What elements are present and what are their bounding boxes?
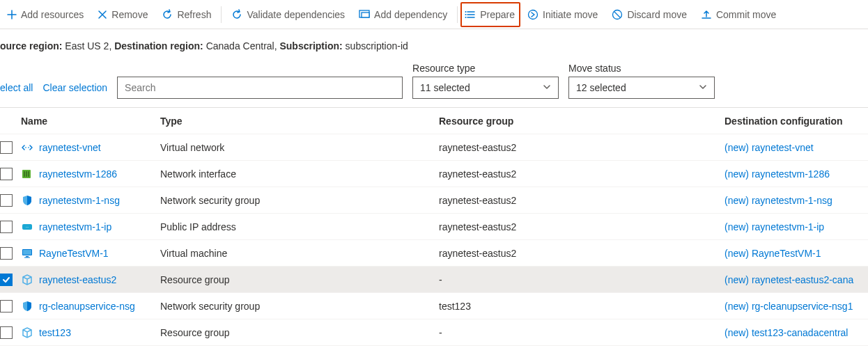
resource-group-cell: raynetest-eastus2 bbox=[439, 221, 724, 232]
destination-config-link[interactable]: (new) RayneTestVM-1 bbox=[724, 248, 821, 259]
table-row[interactable]: raynetest-eastus2Resource group-(new) ra… bbox=[0, 267, 868, 293]
table-row[interactable]: rg-cleanupservice-nsgNetwork security gr… bbox=[0, 293, 868, 319]
initiate-move-button[interactable]: Initiate move bbox=[520, 2, 605, 27]
resource-type-icon: ··· bbox=[21, 221, 33, 233]
clear-selection-link[interactable]: Clear selection bbox=[42, 82, 107, 99]
select-all-link[interactable]: elect all bbox=[0, 82, 33, 99]
add-resources-button[interactable]: Add resources bbox=[0, 2, 91, 27]
svg-rect-11 bbox=[26, 171, 27, 177]
resource-group-cell: - bbox=[439, 274, 724, 285]
resource-type-icon bbox=[21, 194, 33, 207]
resource-type-cell: Resource group bbox=[160, 274, 439, 285]
resource-group-cell: raynetest-eastus2 bbox=[439, 142, 724, 153]
row-checkbox[interactable] bbox=[0, 300, 13, 312]
destination-config-link[interactable]: (new) raynetestvm-1286 bbox=[724, 168, 830, 180]
row-checkbox[interactable] bbox=[0, 141, 13, 154]
initiate-move-label: Initiate move bbox=[543, 9, 598, 20]
destination-config-link[interactable]: (new) raynetestvm-1-ip bbox=[724, 221, 824, 232]
prepare-label: Prepare bbox=[480, 9, 515, 20]
toolbar-separator bbox=[221, 6, 222, 23]
resource-name-link[interactable]: rg-cleanupservice-nsg bbox=[39, 301, 135, 312]
col-name[interactable]: Name bbox=[21, 116, 160, 127]
subscription-label: Subscription: bbox=[279, 40, 342, 52]
col-dest[interactable]: Destination configuration bbox=[724, 116, 868, 127]
resource-group-cell: - bbox=[439, 327, 724, 338]
svg-text:···: ··· bbox=[25, 225, 29, 229]
discard-move-button[interactable]: Discard move bbox=[605, 2, 694, 27]
svg-point-8 bbox=[28, 147, 29, 148]
resource-name-link[interactable]: test123 bbox=[39, 327, 71, 338]
table-row[interactable]: raynetest-vnetVirtual networkraynetest-e… bbox=[0, 134, 868, 161]
resources-table: Name Type Resource group Destination con… bbox=[0, 107, 868, 346]
validate-button[interactable]: Validate dependencies bbox=[224, 2, 352, 27]
resource-type-filter: Resource type 11 selected bbox=[412, 63, 559, 99]
row-checkbox[interactable] bbox=[0, 247, 13, 260]
commit-move-button[interactable]: Commit move bbox=[694, 2, 783, 27]
plus-icon bbox=[7, 10, 17, 19]
add-dependency-button[interactable]: Add dependency bbox=[352, 2, 454, 27]
add-dependency-label: Add dependency bbox=[374, 9, 447, 20]
discard-icon bbox=[612, 9, 623, 20]
col-type[interactable]: Type bbox=[160, 116, 439, 127]
svg-point-7 bbox=[25, 147, 26, 148]
prepare-button[interactable]: Prepare bbox=[460, 2, 520, 27]
move-status-filter: Move status 12 selected bbox=[568, 63, 715, 99]
destination-config-link[interactable]: (new) rg-cleanupservice-nsg1 bbox=[724, 301, 853, 312]
resource-type-icon bbox=[21, 168, 33, 180]
commit-move-label: Commit move bbox=[716, 9, 776, 20]
resource-type-icon bbox=[21, 300, 33, 312]
resource-name-link[interactable]: raynetestvm-1-ip bbox=[39, 221, 111, 232]
resource-name-link[interactable]: raynetestvm-1286 bbox=[39, 168, 117, 180]
x-icon bbox=[98, 10, 107, 19]
svg-rect-18 bbox=[24, 257, 30, 258]
filter-row: elect all Clear selection Resource type … bbox=[0, 58, 868, 107]
source-region-value: East US 2, bbox=[65, 40, 111, 52]
resource-type-cell: Virtual machine bbox=[160, 248, 439, 259]
svg-point-5 bbox=[529, 10, 538, 19]
search-input[interactable] bbox=[117, 77, 403, 99]
move-status-dropdown[interactable]: 12 selected bbox=[568, 77, 715, 99]
resource-name-link[interactable]: RayneTestVM-1 bbox=[39, 248, 109, 259]
row-checkbox[interactable] bbox=[0, 194, 13, 207]
svg-rect-17 bbox=[26, 256, 29, 258]
row-checkbox[interactable] bbox=[0, 274, 13, 286]
resource-type-icon bbox=[21, 274, 33, 286]
resource-type-icon bbox=[21, 326, 33, 339]
row-checkbox[interactable] bbox=[0, 326, 13, 339]
remove-button[interactable]: Remove bbox=[91, 2, 155, 27]
resource-group-cell: raynetest-eastus2 bbox=[439, 195, 724, 206]
discard-move-label: Discard move bbox=[627, 9, 687, 20]
svg-rect-16 bbox=[23, 250, 31, 255]
refresh-icon bbox=[231, 9, 242, 20]
add-resources-label: Add resources bbox=[21, 9, 84, 20]
destination-config-link[interactable]: (new) test123-canadacentral bbox=[724, 327, 848, 338]
info-bar: ource region: East US 2, Destination reg… bbox=[0, 29, 868, 58]
svg-rect-10 bbox=[24, 171, 25, 177]
table-row[interactable]: ···raynetestvm-1-ipPublic IP addressrayn… bbox=[0, 214, 868, 240]
svg-point-3 bbox=[465, 14, 467, 15]
svg-point-2 bbox=[465, 11, 467, 13]
resource-type-dropdown[interactable]: 11 selected bbox=[412, 77, 559, 99]
row-checkbox[interactable] bbox=[0, 168, 13, 180]
resource-name-link[interactable]: raynetest-vnet bbox=[39, 142, 101, 153]
move-status-label: Move status bbox=[568, 63, 715, 74]
table-row[interactable]: raynetestvm-1286Network interfaceraynete… bbox=[0, 161, 868, 187]
table-row[interactable]: raynetestvm-1-nsgNetwork security groupr… bbox=[0, 187, 868, 214]
destination-config-link[interactable]: (new) raynetest-vnet bbox=[724, 142, 814, 153]
table-row[interactable]: test123Resource group-(new) test123-cana… bbox=[0, 319, 868, 346]
resource-type-icon bbox=[21, 247, 33, 260]
resource-name-link[interactable]: raynetest-eastus2 bbox=[39, 274, 116, 285]
destination-config-link[interactable]: (new) raynetest-eastus2-cana bbox=[724, 274, 853, 285]
resource-type-cell: Resource group bbox=[160, 327, 439, 338]
destination-config-link[interactable]: (new) raynetestvm-1-nsg bbox=[724, 195, 832, 206]
chevron-down-icon bbox=[699, 82, 707, 93]
resource-name-link[interactable]: raynetestvm-1-nsg bbox=[39, 195, 120, 206]
validate-label: Validate dependencies bbox=[247, 9, 345, 20]
resource-type-cell: Network security group bbox=[160, 195, 439, 206]
toolbar: Add resources Remove Refresh Validate de… bbox=[0, 0, 868, 29]
refresh-button[interactable]: Refresh bbox=[155, 2, 218, 27]
col-rg[interactable]: Resource group bbox=[439, 116, 724, 127]
resource-group-cell: raynetest-eastus2 bbox=[439, 248, 724, 259]
row-checkbox[interactable] bbox=[0, 221, 13, 233]
table-row[interactable]: RayneTestVM-1Virtual machineraynetest-ea… bbox=[0, 240, 868, 267]
